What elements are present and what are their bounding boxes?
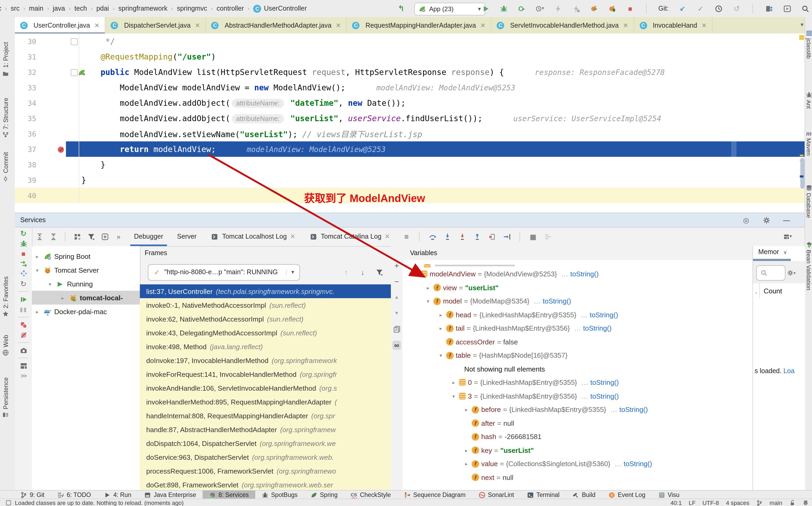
caret-position[interactable]: 40:1 (670, 500, 682, 506)
breakpoint-verified-icon[interactable] (56, 145, 65, 154)
editor-scrollbar-thumb[interactable] (800, 158, 805, 189)
expand-all-icon[interactable] (35, 232, 44, 241)
git-update-icon[interactable]: ↙ (678, 4, 687, 13)
thread-selector[interactable]: ✓ "http-nio-8080-e…p "main": RUNNING ▼ (148, 264, 300, 280)
toolwindow-stripe-web[interactable]: Web (2, 335, 9, 356)
toolwindow-button[interactable]: 9: Git (14, 491, 51, 499)
close-icon[interactable]: ✕ (480, 21, 486, 29)
tree-chevron-icon[interactable]: ▸ (34, 253, 40, 259)
git-commit-icon[interactable]: ✓ (696, 4, 705, 13)
toolwindow-button[interactable]: Visu (652, 491, 686, 499)
tostring-link[interactable]: toString() (583, 325, 612, 332)
code-line[interactable]: 35 modelAndView.addObject(attributeName:… (15, 110, 805, 126)
editor-tab[interactable]: CRequestMappingHandlerAdapter.java✕ (347, 17, 492, 33)
services-tab[interactable]: Tomcat Localhost Log✕ (204, 227, 302, 246)
run-icon[interactable] (481, 4, 490, 13)
locate-icon[interactable]: ◎ (742, 216, 750, 224)
stack-frame-row[interactable]: invoke:43, DelegatingMethodAccessorImpl(… (140, 326, 391, 340)
variable-chevron-icon[interactable]: ▸ (438, 312, 444, 318)
breadcrumb-item[interactable]: controller (217, 5, 244, 12)
tostring-link[interactable]: toString() (624, 460, 652, 468)
toolwindow-stripe-structure[interactable]: 7: Structure (2, 98, 9, 139)
editor-tab[interactable]: CAbstractHandlerMethodAdapter.java✕ (206, 17, 347, 33)
code-editor[interactable]: 30 */31 @RequestMapping("/user")32 publi… (15, 33, 805, 213)
services-tree-item[interactable]: ▸Docker-pdai-mac (32, 305, 140, 318)
services-tree-item[interactable]: ▸Spring Boot (32, 249, 140, 263)
toolwindow-stripe-ant[interactable]: Ant (805, 91, 812, 109)
stack-frame-row[interactable]: invoke0:-1, NativeMethodAccessorImpl(sun… (140, 298, 391, 312)
stack-frame-row[interactable]: handleInternal:808, RequestMappingHandle… (140, 409, 391, 423)
toolwindow-stripe-database[interactable]: Database (805, 184, 812, 218)
services-tree-item[interactable]: ▾Tomcat Server (32, 263, 140, 277)
run-console-icon[interactable] (783, 4, 792, 13)
breadcrumb-item[interactable]: springframework (118, 5, 167, 12)
variable-row[interactable]: ▸fhead={LinkedHashMap$Entry@5355}…toStri… (403, 308, 752, 322)
editor-tab[interactable]: CServletInvocableHandlerMethod.java✕ (491, 17, 634, 33)
navigate-declaration-icon[interactable]: ↰ (398, 4, 404, 13)
toolwindow-button[interactable]: Java Enterprise (138, 491, 202, 499)
services-tab[interactable]: Tomcat Catalina Log✕ (302, 227, 397, 246)
variable-row[interactable]: ▸fkey="userList" (403, 443, 752, 457)
toolwindow-stripe-maven[interactable]: mMaven (805, 130, 812, 156)
run-to-cursor-icon[interactable] (503, 232, 511, 241)
scroll-down-icon[interactable]: ▼ (392, 309, 401, 317)
add-watch-icon[interactable]: + (392, 261, 401, 269)
variable-row[interactable]: ▾ftable={HashMap$Node[16]@5357} (403, 349, 752, 362)
stack-frame-row[interactable]: handle:87, AbstractHandlerMethodAdapter(… (140, 423, 391, 436)
rerun-icon[interactable]: ↻ (19, 229, 28, 238)
breadcrumb-item-class[interactable]: CUserController (253, 5, 307, 12)
services-panel-header[interactable]: Services ◎— (15, 213, 805, 228)
toolwindow-stripe-persistence[interactable]: Persistence (2, 377, 9, 418)
step-out-icon[interactable] (473, 232, 482, 241)
filter-icon[interactable] (87, 232, 95, 241)
variable-chevron-icon[interactable]: ▾ (425, 299, 431, 304)
force-step-into-icon[interactable] (458, 232, 467, 241)
hector-face-icon[interactable] (802, 500, 809, 506)
more-chevrons-icon[interactable]: » (114, 232, 123, 241)
run-configuration-select[interactable]: App (23) ▼ (414, 3, 486, 15)
tostring-link[interactable]: toString() (590, 392, 619, 400)
memory-settings-icon[interactable]: ▾ (787, 268, 796, 277)
toolwindow-stripe-beanvalidation[interactable]: Bean Validation (805, 241, 812, 290)
code-line[interactable]: 36 modelAndView.setViewName("userList");… (15, 126, 805, 141)
hamburger-icon[interactable]: ≡ (402, 232, 411, 241)
code-line[interactable]: 30 */ (15, 33, 805, 49)
breadcrumb-item[interactable]: springmvc (177, 5, 207, 12)
frame-up-icon[interactable]: ↑ (342, 268, 350, 276)
variable-chevron-icon[interactable]: ▸ (463, 407, 470, 413)
services-tree-item[interactable]: ▾▶Running (32, 277, 140, 291)
toolwindow-stripe-commit[interactable]: Commit (2, 152, 9, 182)
toolwindow-stripe-favorites[interactable]: 2: Favorites (2, 276, 9, 317)
stack-frame-row[interactable]: invokeHandlerMethod:895, RequestMappingH… (140, 395, 391, 409)
variable-row[interactable]: fnext=null (403, 471, 752, 484)
variable-row[interactable]: ▾3={LinkedHashMap$Entry@5356}…toString() (403, 389, 752, 403)
breadcrumb-item[interactable]: tech (74, 5, 87, 12)
breadcrumb-item[interactable]: vc (0, 5, 1, 12)
copy-frames-icon[interactable] (392, 325, 401, 333)
editor-tab[interactable]: CUserController.java✕ (15, 17, 105, 33)
variable-chevron-icon[interactable]: ▾ (451, 393, 457, 399)
profiler-icon[interactable]: ▾ (536, 4, 544, 13)
indent-style[interactable]: 4 spaces (726, 500, 749, 506)
editor-tab[interactable]: CDispatcherServlet.java✕ (105, 17, 206, 33)
variable-row[interactable]: ▸fbefore={LinkedHashMap$Entry@5355}…toSt… (403, 403, 752, 416)
breadcrumb-item[interactable]: pdai (96, 5, 109, 12)
scroll-up-icon[interactable]: ▲ (392, 293, 401, 302)
code-line[interactable]: 32 public ModelAndView list(HttpServletR… (15, 64, 805, 80)
close-icon[interactable]: ✕ (385, 233, 390, 240)
collapse-all-icon[interactable] (49, 232, 58, 241)
toolwindow-button[interactable]: 8Event Log (602, 491, 652, 499)
toolwindow-stripe-jclasslib[interactable]: jclasslib (805, 30, 812, 59)
debug-icon[interactable] (499, 4, 508, 13)
git-branch-label[interactable]: main (769, 500, 782, 506)
code-line[interactable]: 39} (15, 172, 805, 188)
code-line[interactable]: 31 @RequestMapping("/user") (15, 49, 805, 64)
services-tree-item[interactable]: ▸tomcat-local- (32, 291, 140, 305)
toolwindow-button[interactable]: CSCheckStyle (344, 491, 397, 499)
hide-icon[interactable]: — (782, 216, 791, 224)
services-tab[interactable]: Debugger (127, 227, 170, 246)
attach-debugger-icon[interactable] (554, 4, 562, 13)
variable-chevron-icon[interactable]: ▸ (463, 447, 470, 453)
rerun-app-debug-icon[interactable] (608, 4, 616, 13)
git-rollback-icon[interactable]: ↺ (732, 4, 741, 13)
